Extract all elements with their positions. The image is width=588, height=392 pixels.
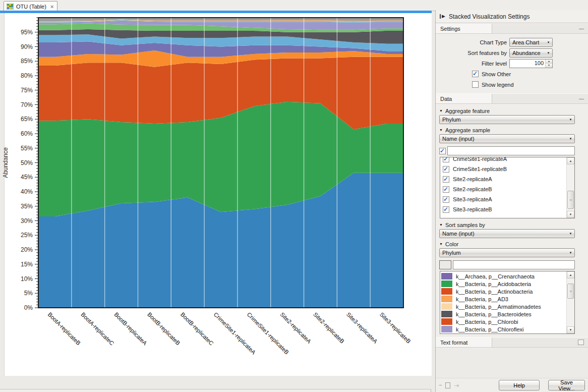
- scroll-up-icon[interactable]: ▲: [567, 271, 574, 278]
- section-header-text-format[interactable]: Text format: [436, 337, 588, 348]
- spinner-down-icon[interactable]: ▼: [546, 64, 552, 68]
- settings-minimize-icon[interactable]: —: [579, 26, 584, 31]
- color-select[interactable]: Phylum ▼: [439, 248, 575, 257]
- color-swatch[interactable]: [441, 326, 452, 332]
- aggregate-feature-select[interactable]: Phylum ▼: [439, 115, 575, 124]
- scrollbar-thumb[interactable]: ≡: [567, 191, 574, 209]
- sample-list-item[interactable]: Site3-replicateA: [440, 194, 566, 204]
- sort-samples-value: Name (input): [440, 231, 567, 237]
- section-header-data[interactable]: Data —: [436, 93, 588, 104]
- disclosure-icon[interactable]: ▼: [439, 242, 443, 246]
- color-legend-item[interactable]: k__Bacteria, p__Bacteroidetes: [440, 310, 566, 318]
- panel-collapse-icon[interactable]: ▶: [440, 14, 445, 19]
- color-swatch[interactable]: [441, 296, 452, 302]
- sort-features-label: Sort features by: [467, 50, 507, 56]
- taxon-label: k__Bacteria, p__Armatimonadetes: [456, 304, 541, 310]
- taxon-label: k__Bacteria, p__Chlorobi: [456, 319, 518, 325]
- color-swatch[interactable]: [441, 281, 452, 287]
- color-legend-item[interactable]: k__Bacteria, p__Chloroflexi: [440, 325, 566, 333]
- color-swatch-blank[interactable]: [439, 260, 451, 269]
- color-swatch[interactable]: [441, 311, 452, 317]
- sample-checkbox[interactable]: [443, 176, 449, 183]
- application-window: OTU (Table) × 0%5%10%15%20%25%30%35%40%4…: [0, 0, 588, 392]
- disclosure-icon[interactable]: ▼: [439, 128, 443, 132]
- sample-list-item[interactable]: Site2-replicateB: [440, 184, 566, 194]
- stacked-area-chart[interactable]: 0%5%10%15%20%25%30%35%40%45%50%55%60%65%…: [0, 13, 432, 376]
- sample-list-item[interactable]: Site2-replicateA: [440, 174, 566, 184]
- sample-checkbox[interactable]: [443, 196, 449, 203]
- sample-list-scrollbar[interactable]: ▲ ≡ ▼: [566, 157, 574, 218]
- color-legend-item[interactable]: k__Bacteria, p__Acidobacteria: [440, 280, 566, 288]
- aggregate-sample-select[interactable]: Name (input) ▼: [439, 134, 575, 143]
- sample-list-item[interactable]: Site3-replicateB: [440, 204, 566, 214]
- sort-samples-select[interactable]: Name (input) ▼: [439, 229, 575, 238]
- tab-close-icon[interactable]: ×: [50, 4, 53, 10]
- collapse-all-icon[interactable]: −: [439, 382, 442, 388]
- sample-checkbox[interactable]: [443, 166, 449, 173]
- y-tick-label: 70%: [21, 101, 33, 108]
- section-header-settings[interactable]: Settings —: [436, 23, 588, 34]
- text-format-expand-icon[interactable]: [578, 340, 584, 345]
- table-icon: [7, 4, 14, 10]
- disclosure-icon[interactable]: ▼: [439, 109, 443, 113]
- color-label: Color: [445, 241, 458, 247]
- y-tick-label: 25%: [21, 232, 33, 239]
- color-swatch[interactable]: [441, 318, 452, 325]
- aggregate-sample-label: Aggregate sample: [445, 127, 490, 133]
- sample-checkbox[interactable]: [443, 157, 449, 162]
- scroll-down-icon[interactable]: ▼: [567, 326, 574, 333]
- chevron-down-icon: ▼: [545, 41, 552, 44]
- sample-list-item[interactable]: CrimeSite1-replicateA: [440, 157, 566, 164]
- data-minimize-icon[interactable]: —: [579, 96, 584, 101]
- color-filter-input[interactable]: [453, 260, 575, 269]
- y-axis-title: Abundance: [2, 147, 9, 178]
- dock-panel-icon[interactable]: ⇥: [454, 382, 459, 388]
- sample-list[interactable]: CrimeSite1-replicateACrimeSite1-replicat…: [440, 157, 575, 218]
- show-other-checkbox[interactable]: [472, 71, 479, 77]
- show-legend-checkbox[interactable]: [472, 81, 479, 88]
- spinner-up-icon[interactable]: ▲: [546, 60, 552, 64]
- color-legend-list[interactable]: k__Archaea, p__Crenarchaeotak__Bacteria,…: [440, 271, 575, 334]
- color-list-scrollbar[interactable]: ▲ ≡ ▼: [566, 271, 574, 333]
- filter-level-value[interactable]: 100: [510, 60, 545, 68]
- sample-checkbox[interactable]: [443, 206, 449, 213]
- y-tick-label: 20%: [21, 246, 33, 253]
- expand-all-icon[interactable]: [445, 382, 450, 388]
- color-legend-item[interactable]: k__Bacteria, p__Chlorobi: [440, 318, 566, 325]
- color-swatch[interactable]: [441, 288, 452, 295]
- scroll-down-icon[interactable]: ▼: [567, 211, 574, 218]
- sort-features-select[interactable]: Abundance ▼: [509, 48, 553, 58]
- filter-level-spinner[interactable]: 100 ▲ ▼: [509, 59, 553, 68]
- x-category-label: BootB-replicateA: [113, 311, 148, 347]
- select-all-samples-checkbox[interactable]: [439, 148, 446, 154]
- sample-filter-input[interactable]: [447, 146, 575, 155]
- tab-otu-table[interactable]: OTU (Table) ×: [4, 1, 57, 11]
- color-legend-item[interactable]: k__Bacteria, p__Armatimonadetes: [440, 303, 566, 310]
- y-tick-label: 95%: [21, 29, 33, 36]
- scroll-up-icon[interactable]: ▲: [567, 157, 574, 164]
- scrollbar-thumb[interactable]: ≡: [567, 284, 574, 299]
- y-tick-label: 50%: [21, 159, 33, 166]
- settings-section-title: Settings: [440, 26, 460, 32]
- color-legend-item[interactable]: k__Archaea, p__Crenarchaeota: [440, 272, 566, 280]
- x-category-label: BootA-replicateC: [80, 311, 115, 347]
- color-swatch[interactable]: [441, 303, 452, 310]
- y-tick-label: 35%: [21, 203, 33, 210]
- y-tick-label: 30%: [21, 217, 33, 225]
- aggregate-feature-label: Aggregate feature: [445, 108, 490, 114]
- color-legend-item[interactable]: k__Bacteria, p__Actinobacteria: [440, 288, 566, 295]
- disclosure-icon[interactable]: ▼: [439, 223, 443, 227]
- save-view-button[interactable]: Save View...: [548, 380, 585, 390]
- settings-body: Chart Type Area Chart ▼ Sort features by…: [436, 34, 588, 93]
- help-button[interactable]: Help: [499, 380, 539, 390]
- aggregate-feature-value: Phylum: [440, 117, 567, 123]
- x-category-label: BootB-replicateB: [146, 311, 182, 347]
- sample-checkbox[interactable]: [443, 186, 449, 193]
- y-tick-label: 10%: [21, 275, 33, 283]
- side-panel-header[interactable]: ▶ Stacked Visualization Settings: [436, 10, 588, 23]
- sample-list-item[interactable]: CrimeSite1-replicateB: [440, 164, 566, 174]
- chart-type-select[interactable]: Area Chart ▼: [509, 38, 553, 47]
- color-swatch[interactable]: [441, 273, 452, 279]
- color-legend-item[interactable]: k__Bacteria, p__AD3: [440, 295, 566, 303]
- color-value: Phylum: [440, 250, 567, 256]
